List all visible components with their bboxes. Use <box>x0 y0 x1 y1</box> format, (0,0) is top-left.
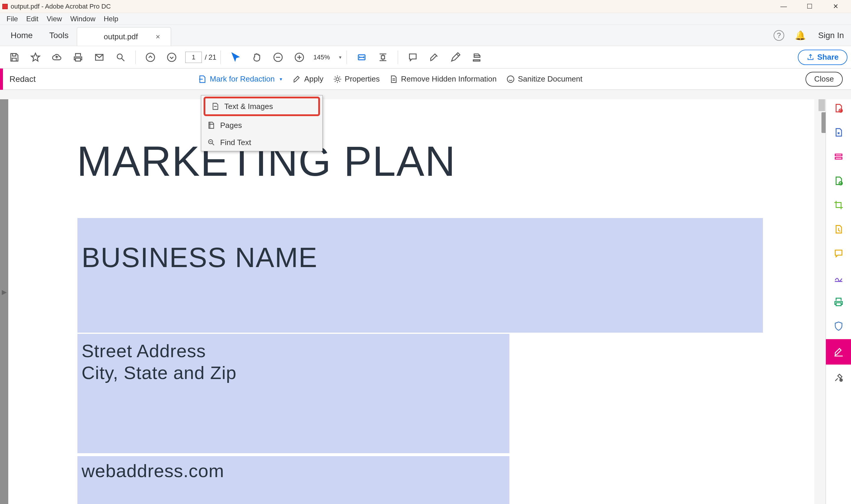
notifications-icon[interactable]: 🔔 <box>795 30 806 40</box>
menu-text-images-label: Text & Images <box>224 102 273 111</box>
save-icon[interactable] <box>6 50 22 65</box>
address-line2: City, State and Zip <box>82 362 236 383</box>
share-label: Share <box>817 53 838 62</box>
document-viewport[interactable]: ▶ MARKETING PLAN BUSINESS NAME Street Ad… <box>0 99 814 504</box>
rail-rotate-icon[interactable] <box>833 223 845 235</box>
svg-point-0 <box>117 54 122 59</box>
zoom-in-icon[interactable] <box>292 50 307 65</box>
page-down-icon[interactable] <box>164 50 179 65</box>
sticky-note-icon[interactable] <box>405 50 420 65</box>
business-name-box: BUSINESS NAME <box>77 218 763 332</box>
svg-rect-9 <box>835 154 842 156</box>
document-tab[interactable]: output.pdf × <box>77 27 171 46</box>
sign-in-button[interactable]: Sign In <box>811 31 851 40</box>
rail-comment-icon[interactable] <box>833 248 845 259</box>
document-tab-close-icon[interactable]: × <box>156 32 160 41</box>
expand-panel-icon[interactable]: ▶ <box>2 288 7 296</box>
hand-tool-icon[interactable] <box>249 50 265 65</box>
menubar: File Edit View Window Help <box>0 13 851 25</box>
mark-for-redaction-menu: Text & Images Pages Find Text <box>201 95 323 151</box>
tab-home[interactable]: Home <box>2 25 41 46</box>
close-label: Close <box>814 74 834 84</box>
apply-label: Apply <box>304 74 324 84</box>
acrobat-app-icon <box>2 4 8 9</box>
sanitize-label: Sanitize Document <box>518 74 582 84</box>
menu-edit[interactable]: Edit <box>22 13 42 25</box>
svg-point-6 <box>507 76 514 83</box>
svg-rect-10 <box>835 158 842 159</box>
email-icon[interactable] <box>92 50 107 65</box>
window-close-button[interactable]: ✕ <box>822 0 849 13</box>
separator <box>398 51 398 64</box>
tab-tools[interactable]: Tools <box>41 25 77 46</box>
menu-help[interactable]: Help <box>99 13 122 25</box>
apply-redaction-button[interactable]: Apply <box>292 74 324 84</box>
remove-hidden-label: Remove Hidden Information <box>401 74 497 84</box>
document-tab-label: output.pdf <box>104 32 138 41</box>
help-icon[interactable]: ? <box>774 30 784 41</box>
rail-fill-sign-icon[interactable] <box>833 272 845 284</box>
menu-file[interactable]: File <box>2 13 22 25</box>
mark-for-redaction-button[interactable]: Mark for Redaction ▼ <box>198 74 283 84</box>
rail-edit-pdf-icon[interactable] <box>833 151 845 162</box>
menu-pages-label: Pages <box>220 121 242 130</box>
separator <box>220 51 221 64</box>
stamp-icon[interactable] <box>469 50 484 65</box>
rail-redact-icon[interactable] <box>826 339 851 364</box>
fit-page-icon[interactable] <box>375 50 391 65</box>
menu-find-text-label: Find Text <box>220 138 251 147</box>
menu-find-text[interactable]: Find Text <box>201 134 322 151</box>
web-box: webaddress.com <box>77 456 509 504</box>
pdf-page: MARKETING PLAN BUSINESS NAME Street Addr… <box>8 99 814 504</box>
redact-accent-bar <box>0 69 3 90</box>
rail-organize-icon[interactable] <box>833 175 845 187</box>
share-button[interactable]: Share <box>798 50 848 65</box>
print-icon[interactable] <box>70 50 86 65</box>
chevron-down-icon: ▼ <box>338 55 342 60</box>
menu-view[interactable]: View <box>42 13 66 25</box>
draw-icon[interactable] <box>448 50 463 65</box>
window-maximize-button[interactable]: ☐ <box>797 0 822 13</box>
properties-label: Properties <box>345 74 380 84</box>
rail-more-tools-icon[interactable] <box>833 372 845 383</box>
rail-collapse-handle[interactable] <box>821 112 826 133</box>
menu-window[interactable]: Window <box>66 13 99 25</box>
redaction-properties-button[interactable]: Properties <box>333 74 380 84</box>
tools-rail <box>826 99 851 504</box>
selection-tool-icon[interactable] <box>228 50 243 65</box>
rail-crop-icon[interactable] <box>833 199 845 211</box>
address-line1: Street Address <box>82 340 206 361</box>
page-number-input[interactable] <box>185 52 202 63</box>
separator <box>347 51 347 64</box>
business-name-text: BUSINESS NAME <box>82 242 318 274</box>
zoom-dropdown[interactable]: ▼ <box>310 51 342 64</box>
window-title: output.pdf - Adobe Acrobat Pro DC <box>11 3 111 10</box>
remove-hidden-info-button[interactable]: Remove Hidden Information <box>389 74 497 84</box>
fit-width-icon[interactable] <box>354 50 369 65</box>
close-redact-button[interactable]: Close <box>805 72 843 87</box>
highlight-icon[interactable] <box>427 50 442 65</box>
menu-pages[interactable]: Pages <box>201 117 322 134</box>
rail-send-icon[interactable] <box>833 296 845 308</box>
menu-text-and-images[interactable]: Text & Images <box>204 96 320 116</box>
rail-export-pdf-icon[interactable] <box>833 126 845 138</box>
cloud-upload-icon[interactable] <box>49 50 65 65</box>
page-total: 21 <box>209 53 217 61</box>
svg-point-2 <box>167 53 176 61</box>
scrollbar-thumb[interactable] <box>818 99 825 111</box>
svg-point-1 <box>146 53 155 61</box>
web-address-text: webaddress.com <box>82 460 224 481</box>
search-icon[interactable] <box>113 50 128 65</box>
sanitize-document-button[interactable]: Sanitize Document <box>506 74 582 84</box>
svg-point-5 <box>336 78 339 80</box>
rail-protect-icon[interactable] <box>833 320 845 332</box>
rail-create-pdf-icon[interactable] <box>833 102 845 114</box>
page-up-icon[interactable] <box>143 50 158 65</box>
zoom-out-icon[interactable] <box>270 50 286 65</box>
zoom-value-input[interactable] <box>310 51 337 63</box>
address-box: Street Address City, State and Zip <box>77 334 509 453</box>
page-separator: / <box>205 53 207 61</box>
redact-title: Redact <box>10 74 36 84</box>
star-icon[interactable] <box>28 50 43 65</box>
window-minimize-button[interactable]: — <box>771 0 797 13</box>
